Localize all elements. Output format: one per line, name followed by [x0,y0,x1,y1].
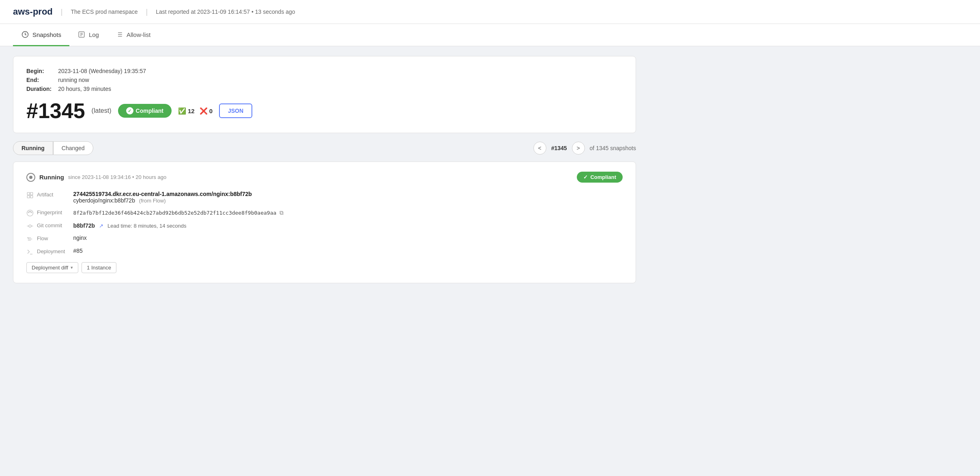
latest-badge: (latest) [92,107,112,114]
svg-rect-14 [30,196,33,198]
end-value: running now [58,77,623,83]
running-since-text: since 2023-11-08 19:34:16 • 20 hours ago [68,174,166,180]
filter-running-btn[interactable]: Running [13,141,53,155]
begin-label: Begin: [26,68,52,74]
running-status-icon [26,173,35,182]
instances-badge: 1 Instance [82,262,116,273]
tag-buttons-row: Deployment diff ▾ 1 Instance [26,262,623,273]
running-status-label: Running [39,174,64,181]
prev-page-button[interactable]: < [533,142,546,155]
artifact-secondary-row: cyberdojo/nginx:b8bf72b (from Flow) [73,197,623,204]
svg-point-15 [29,225,31,227]
json-button[interactable]: JSON [219,103,252,118]
flow-value: nginx [73,235,623,243]
allowlist-icon [115,30,123,39]
deployment-label: Deployment [37,248,65,254]
artifact-label: Artifact [37,192,53,198]
deployment-diff-button[interactable]: Deployment diff ▾ [26,262,78,273]
git-commit-icon [26,222,34,230]
check-count-value: 12 [188,108,195,114]
snapshot-number-row: #1345 (latest) Compliant ✅ 12 ❌ 0 JSON [26,100,623,121]
duration-value: 20 hours, 39 minutes [58,86,623,92]
copy-fingerprint-icon[interactable]: ⧉ [279,209,284,216]
svg-rect-13 [27,196,30,198]
prev-chevron-icon: < [538,145,542,151]
count-group: ✅ 12 ❌ 0 [178,107,213,115]
filter-changed-btn[interactable]: Changed [53,141,93,155]
snapshot-info-card: Begin: 2023-11-08 (Wednesday) 19:35:57 E… [13,56,636,133]
git-commit-icon-label: Git commit [26,222,65,230]
header-timestamp: Last reported at 2023-11-09 16:14:57 • 1… [156,9,295,15]
lead-time-text: Lead time: 8 minutes, 14 seconds [107,223,186,229]
x-count-value: 0 [209,108,213,114]
git-commit-value-row: b8bf72b ↗ Lead time: 8 minutes, 14 secon… [73,222,623,230]
running-header: Running since 2023-11-08 19:34:16 • 20 h… [26,172,623,183]
filter-buttons: Running Changed [13,141,93,155]
duration-label: Duration: [26,86,52,92]
running-status: Running since 2023-11-08 19:34:16 • 20 h… [26,173,166,182]
tabs-bar: Snapshots Log Allow-list [0,24,980,46]
compliant-badge-main: Compliant [118,104,172,118]
compliant-label-sm: Compliant [590,174,616,180]
log-icon [77,30,86,39]
fingerprint-value-row: 8f2afb7bf12de36f46b424cb27abd92b6db52e52… [73,209,623,217]
running-icon-dot [29,176,32,179]
artifact-secondary: cyberdojo/nginx:b8bf72b [73,197,135,204]
pagination: < #1345 > of 1345 snapshots [533,142,636,155]
clock-icon [21,30,29,39]
end-label: End: [26,77,52,83]
artifact-icon-label: Artifact [26,191,65,204]
next-page-button[interactable]: > [572,142,585,155]
compliant-badge-running: ✓ Compliant [577,172,623,183]
deployment-icon-label: Deployment [26,248,65,256]
svg-rect-11 [27,192,30,195]
next-chevron-icon: > [576,145,580,151]
tab-log[interactable]: Log [69,24,107,46]
tab-allow-list-label: Allow-list [127,31,150,38]
compliant-label: Compliant [136,108,163,114]
svg-rect-12 [30,192,33,195]
current-page-number: #1345 [551,145,567,151]
fingerprint-hash: 8f2afb7bf12de36f46b424cb27abd92b6db52e52… [73,210,276,216]
detail-grid: Artifact 274425519734.dkr.ecr.eu-central… [26,191,623,256]
flow-icon [26,235,34,243]
deployment-diff-label: Deployment diff [32,265,68,271]
page-title: aws-prod [13,6,53,17]
snapshot-number: #1345 [26,100,85,121]
page-header: aws-prod | The ECS prod namespace | Last… [0,0,980,24]
artifact-primary: 274425519734.dkr.ecr.eu-central-1.amazon… [73,191,623,197]
header-divider-1: | [61,8,63,16]
filter-pagination-row: Running Changed < #1345 > of 1345 snapsh… [13,141,636,155]
fingerprint-icon [26,209,34,217]
running-entry-card: Running since 2023-11-08 19:34:16 • 20 h… [13,162,636,283]
artifact-value: 274425519734.dkr.ecr.eu-central-1.amazon… [73,191,623,204]
page-total: of 1345 snapshots [590,145,636,151]
compliant-check-sm: ✓ [583,174,588,180]
compliant-check-icon [126,107,133,114]
deployment-diff-chevron: ▾ [71,265,73,270]
git-hash: b8bf72b [73,222,95,229]
flow-icon-label: Flow [26,235,65,243]
deployment-value: #85 [73,248,623,256]
flow-label: Flow [37,235,48,241]
header-divider-2: | [146,8,148,16]
tab-log-label: Log [89,31,99,38]
fingerprint-icon-label: Fingerprint [26,209,65,217]
git-commit-label: Git commit [37,222,62,228]
external-link-icon[interactable]: ↗ [99,223,103,229]
tab-snapshots[interactable]: Snapshots [13,24,69,46]
header-subtitle: The ECS prod namespace [71,9,138,15]
fingerprint-label: Fingerprint [37,209,62,215]
info-grid: Begin: 2023-11-08 (Wednesday) 19:35:57 E… [26,68,623,92]
tab-snapshots-label: Snapshots [32,31,61,38]
check-count: ✅ 12 [178,107,195,115]
check-icon-small: ✅ [178,107,186,115]
x-icon-small: ❌ [200,107,208,115]
x-count: ❌ 0 [200,107,213,115]
begin-value: 2023-11-08 (Wednesday) 19:35:57 [58,68,623,74]
tab-allow-list[interactable]: Allow-list [107,24,159,46]
main-content: Begin: 2023-11-08 (Wednesday) 19:35:57 E… [0,46,649,293]
artifact-icon [26,192,34,199]
deployment-icon [26,248,34,256]
artifact-source: (from Flow) [139,198,166,204]
